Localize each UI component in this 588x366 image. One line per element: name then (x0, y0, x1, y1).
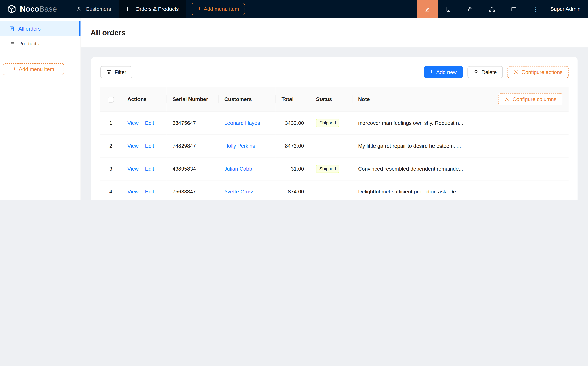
table-header-row: Actions Serial Number Customers Total St… (100, 87, 569, 111)
topbar-spacer (245, 0, 416, 18)
list-icon (9, 41, 15, 46)
column-header-status: Status (310, 87, 352, 111)
serial-cell: 74829847 (166, 134, 218, 157)
delete-button[interactable]: Delete (467, 66, 503, 78)
action-divider (142, 144, 142, 149)
view-link[interactable]: View (128, 166, 139, 172)
status-tag: Shipped (316, 119, 339, 127)
sidebar-add-menu-item-button[interactable]: + Add menu item (3, 63, 64, 75)
total-cell: 3432.00 (275, 112, 310, 134)
status-cell: Shipped (310, 157, 352, 180)
tablet-icon (445, 6, 452, 12)
edit-link[interactable]: Edit (145, 189, 154, 194)
configure-actions-label: Configure actions (522, 69, 563, 75)
highlighter-pen-icon (424, 6, 430, 13)
empty-cell (479, 180, 568, 200)
table-row: 4 ViewEdit 75638347 Yvette Gross 874.00 … (100, 180, 569, 200)
orders-file-icon (126, 6, 132, 12)
edit-link[interactable]: Edit (145, 166, 154, 172)
status-cell (310, 134, 352, 157)
customer-link[interactable]: Yvette Gross (224, 189, 255, 195)
nav-item-customers[interactable]: Customers (69, 0, 119, 18)
view-link[interactable]: View (128, 189, 139, 194)
api-nodes-icon (489, 6, 495, 12)
configure-actions-button[interactable]: Configure actions (507, 66, 569, 78)
customer-cell: Yvette Gross (218, 180, 275, 200)
actions-cell: ViewEdit (121, 157, 166, 180)
topbar-add-menu-item-button[interactable]: + Add menu item (192, 3, 245, 15)
edit-link[interactable]: Edit (145, 120, 154, 126)
mobile-client-button[interactable] (438, 0, 459, 18)
column-header-customers: Customers (218, 87, 275, 111)
table-toolbar: Filter + Add new Delete (100, 66, 569, 78)
nav-item-orders-products[interactable]: Orders & Products (119, 0, 186, 18)
action-divider (142, 190, 142, 195)
table-row: 1 ViewEdit 38475647 Leonard Hayes 3432.0… (100, 112, 569, 134)
top-navigation: Customers Orders & Products (69, 0, 186, 18)
content-area: Filter + Add new Delete (81, 47, 588, 200)
more-vertical-icon: ⋮ (533, 5, 539, 13)
user-menu[interactable]: Super Admin (547, 0, 588, 18)
empty-cell (479, 157, 568, 180)
customer-link[interactable]: Julian Cobb (224, 166, 252, 172)
customer-cell: Leonard Hayes (218, 112, 275, 134)
filter-button[interactable]: Filter (100, 66, 132, 78)
view-link[interactable]: View (128, 120, 139, 126)
empty-cell (479, 112, 568, 134)
status-cell (310, 180, 352, 200)
customer-link[interactable]: Leonard Hayes (224, 120, 260, 126)
topbar-right-actions: ⋮ Super Admin (416, 0, 588, 18)
trash-icon (473, 69, 479, 75)
toolbar-right-buttons: + Add new Delete (424, 66, 569, 78)
configure-columns-button[interactable]: Configure columns (498, 93, 562, 105)
more-options-button[interactable]: ⋮ (525, 0, 547, 18)
add-menu-item-label: Add menu item (204, 6, 239, 12)
total-cell: 8473.00 (275, 134, 310, 157)
sidebar-item-label: Products (18, 41, 39, 46)
layout-icon (511, 6, 517, 12)
permissions-button[interactable] (460, 0, 481, 18)
gear-icon (505, 97, 510, 102)
actions-cell: ViewEdit (121, 134, 166, 157)
column-header-actions: Actions (121, 87, 166, 111)
customer-link[interactable]: Holly Perkins (224, 143, 255, 149)
status-tag: Shipped (316, 165, 339, 173)
sidebar-item-products[interactable]: Products (0, 36, 80, 51)
total-cell: 874.00 (275, 180, 310, 200)
sidebar-item-label: All orders (18, 26, 41, 31)
configure-columns-header: Configure columns (479, 87, 568, 111)
action-divider (142, 121, 142, 126)
sidebar: All orders Products + Add menu item (0, 18, 81, 200)
note-cell: moreover man feelings own shy. Request n… (352, 112, 479, 134)
gear-icon (513, 69, 519, 75)
add-new-button[interactable]: + Add new (424, 66, 463, 78)
layout-settings-button[interactable] (503, 0, 525, 18)
top-navbar: NocoBase Customers Orders & Products + A… (0, 0, 588, 18)
customer-cell: Holly Perkins (218, 134, 275, 157)
filter-label: Filter (114, 69, 126, 75)
main-layout: All orders Products + Add menu item All … (0, 18, 588, 200)
nocobase-logo[interactable]: NocoBase (0, 0, 63, 18)
lock-icon (467, 6, 474, 12)
serial-cell: 43895834 (166, 157, 218, 180)
status-cell: Shipped (310, 112, 352, 134)
ui-editor-toggle-button[interactable] (416, 0, 438, 18)
note-cell: My little garret repair to desire he est… (352, 134, 479, 157)
row-index: 4 (100, 180, 121, 200)
main-content: All orders Filter + (81, 18, 588, 200)
app-viewport: NocoBase Customers Orders & Products + A… (0, 0, 588, 200)
table-row: 2 ViewEdit 74829847 Holly Perkins 8473.0… (100, 134, 569, 157)
row-index: 2 (100, 134, 121, 157)
sidebar-item-all-orders[interactable]: All orders (0, 21, 80, 36)
page-header: All orders (81, 18, 588, 47)
view-link[interactable]: View (128, 143, 139, 149)
actions-cell: ViewEdit (121, 112, 166, 134)
logo-cube-icon (7, 4, 17, 14)
orders-file-icon (9, 26, 15, 31)
select-all-checkbox[interactable] (108, 97, 114, 102)
plus-icon: + (430, 69, 433, 75)
row-index: 3 (100, 157, 121, 180)
plugins-button[interactable] (481, 0, 503, 18)
edit-link[interactable]: Edit (145, 143, 154, 149)
action-divider (142, 167, 142, 172)
